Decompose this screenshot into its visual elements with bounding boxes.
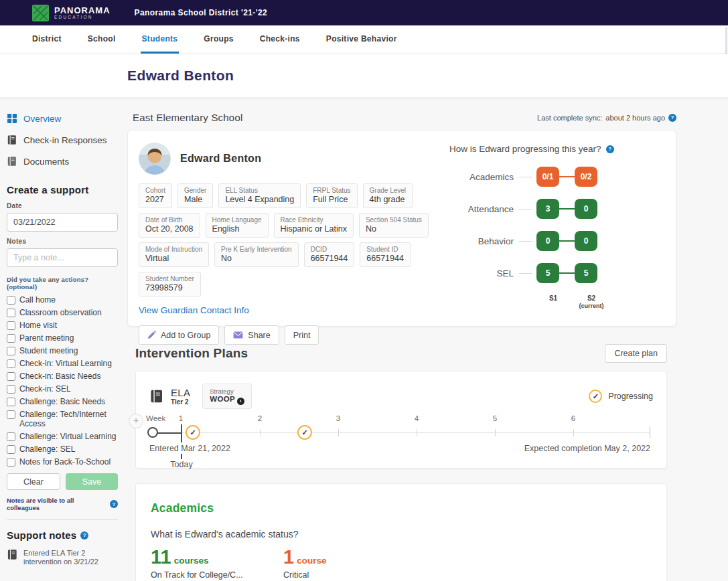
student-field-value: English — [212, 224, 262, 234]
on-track-caption: On Track for College/C... — [151, 570, 283, 580]
sidebar-item-checkin-responses[interactable]: Check-in Responses — [7, 135, 118, 145]
student-field-label: FRPL Status — [313, 187, 350, 194]
action-checkbox[interactable] — [7, 334, 15, 343]
info-icon[interactable] — [237, 398, 244, 405]
help-icon[interactable] — [668, 114, 676, 122]
save-button[interactable]: Save — [66, 473, 118, 490]
action-checkbox-item[interactable]: Notes for Back-To-School — [7, 457, 118, 467]
progress-row: Behavior 0 0 — [449, 225, 670, 257]
date-input[interactable] — [7, 213, 118, 232]
sidebar-item-documents[interactable]: Documents — [7, 156, 118, 167]
share-button[interactable]: Share — [224, 325, 279, 345]
tab-check-ins[interactable]: Check-ins — [259, 34, 301, 54]
action-checkbox-item[interactable]: Check-in: Basic Needs — [7, 371, 118, 381]
action-checkbox[interactable] — [7, 296, 15, 305]
action-checkbox[interactable] — [7, 445, 15, 454]
action-checkbox-item[interactable]: Challenge: Virtual Learning — [7, 432, 118, 441]
action-checkbox-item[interactable]: Check-in: Virtual Learning — [7, 359, 118, 368]
panorama-logo[interactable]: PANORAMA EDUCATION — [32, 5, 111, 21]
tab-groups[interactable]: Groups — [202, 34, 234, 54]
support-note-text: Entered ELA Tier 2 intervention on 3/21/… — [23, 549, 111, 566]
on-track-stat: 11courses On Track for College/C... — [151, 548, 283, 580]
help-icon[interactable] — [606, 145, 614, 153]
progress-connector — [519, 273, 532, 274]
student-field-row: Mode of Instruction Virtual Pre K Early … — [139, 242, 441, 267]
timeline-end-tick — [650, 426, 650, 438]
clear-button[interactable]: Clear — [7, 473, 60, 490]
week-number: 1 — [179, 414, 183, 422]
guardian-contact-link[interactable]: View Guardian Contact Info — [139, 305, 249, 315]
add-plan-point-button[interactable]: + — [129, 414, 143, 428]
form-buttons: Clear Save — [7, 473, 118, 490]
sidebar: Overview Check-in Responses Documents Cr… — [0, 97, 127, 581]
student-field-value: Level 4 Expanding — [225, 195, 294, 204]
student-avatar — [139, 143, 171, 175]
progress-title: How is Edward progressing this year? — [449, 144, 670, 154]
plan-header: ELA Tier 2 Strategy WOOP Progressing — [149, 382, 653, 410]
plan-status-label: Progressing — [608, 392, 653, 401]
progress-s1-badge: 0/1 — [536, 167, 559, 187]
checkpoint-complete-icon[interactable] — [186, 425, 200, 440]
sidebar-item-overview[interactable]: Overview — [7, 113, 118, 124]
create-plan-button[interactable]: Create plan — [605, 344, 667, 363]
action-checkbox[interactable] — [7, 372, 15, 381]
action-checkbox[interactable] — [7, 410, 15, 419]
action-checkbox[interactable] — [7, 458, 15, 467]
student-field-label: Student Number — [145, 275, 194, 282]
action-checkbox-item[interactable]: Challenge: SEL — [7, 444, 118, 454]
today-tick — [181, 454, 182, 459]
action-checkbox-item[interactable]: Classroom observation — [7, 308, 118, 317]
action-checkbox-item[interactable]: Check-in: SEL — [7, 384, 118, 394]
week-tick — [573, 429, 574, 436]
action-checkbox-label: Classroom observation — [19, 308, 102, 317]
action-checkbox[interactable] — [7, 398, 15, 406]
action-checkbox-item[interactable]: Challenge: Tech/Internet Access — [7, 410, 118, 428]
tab-district[interactable]: District — [31, 34, 63, 54]
add-to-group-button[interactable]: Add to Group — [139, 325, 219, 345]
action-checkbox-item[interactable]: Home visit — [7, 321, 118, 330]
sidebar-divider — [7, 519, 118, 520]
student-field-label: Cohort — [145, 187, 165, 194]
week-number: 2 — [258, 414, 262, 422]
print-button[interactable]: Print — [285, 325, 319, 345]
student-field-label: Race Ethnicity — [281, 216, 347, 224]
action-checkbox[interactable] — [7, 359, 15, 368]
action-checkbox-label: Notes for Back-To-School — [19, 457, 111, 467]
progress-connector-colored — [559, 272, 575, 274]
tab-positive-behavior[interactable]: Positive Behavior — [325, 34, 398, 54]
action-checkbox-label: Check-in: Virtual Learning — [19, 359, 112, 368]
progress-s1-badge: 0 — [536, 231, 559, 251]
week-tick — [260, 429, 261, 436]
plan-subject: ELA Tier 2 — [171, 387, 190, 406]
on-track-unit: courses — [174, 556, 209, 566]
action-checkbox-item[interactable]: Student meeting — [7, 346, 118, 355]
support-notes-title-text: Support notes — [7, 529, 76, 541]
progress-s2-badge: 5 — [575, 263, 597, 283]
nav-tab-label: Groups — [204, 34, 233, 44]
timeline-start-circle[interactable] — [147, 427, 158, 438]
plan-expected-date: Expected completion May 2, 2022 — [524, 444, 650, 453]
action-checkbox[interactable] — [7, 385, 15, 394]
visibility-note-text: Notes are visible to all colleagues — [7, 497, 107, 511]
tab-students[interactable]: Students — [141, 34, 179, 54]
create-support-title: Create a support — [7, 184, 118, 195]
tab-school[interactable]: School — [86, 34, 117, 54]
student-field-chip: Mode of Instruction Virtual — [139, 242, 209, 267]
student-field-row: Cohort 2027 Gender Male ELL Status Level… — [139, 183, 441, 208]
action-checkbox-item[interactable]: Parent meeting — [7, 333, 118, 343]
action-checkbox[interactable] — [7, 432, 15, 441]
action-checkbox[interactable] — [7, 321, 15, 330]
action-checkbox[interactable] — [7, 309, 15, 317]
checkpoint-complete-icon[interactable] — [297, 425, 312, 440]
print-label: Print — [293, 331, 311, 340]
action-checkbox-item[interactable]: Challenge: Basic Needs — [7, 397, 118, 406]
action-checkbox[interactable] — [7, 347, 15, 355]
progress-row-label: Behavior — [449, 236, 519, 246]
help-icon[interactable] — [110, 500, 118, 508]
plan-entered-date: Entered Mar 21, 2022 — [149, 444, 230, 453]
action-checkbox-item[interactable]: Call home — [7, 295, 118, 305]
help-icon[interactable] — [80, 531, 88, 540]
plan-book-icon — [149, 389, 164, 404]
notes-input[interactable] — [7, 248, 118, 267]
action-checkbox-label: Check-in: Basic Needs — [19, 371, 100, 381]
